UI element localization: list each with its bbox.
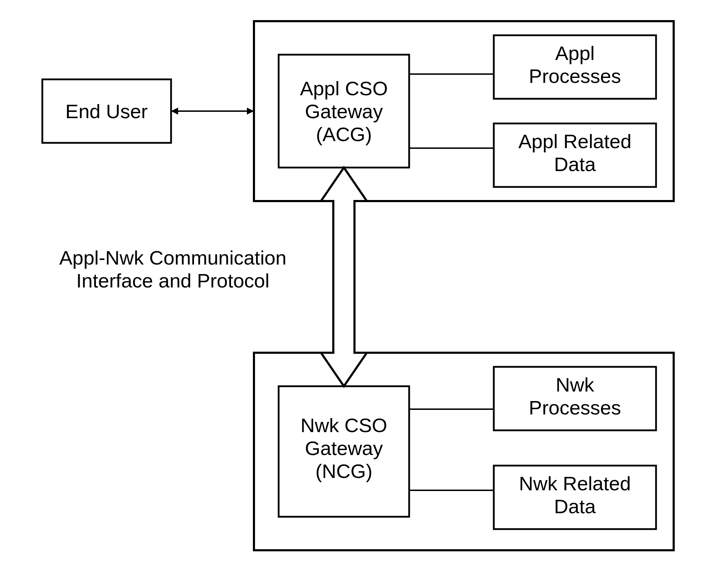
acg-line3: (ACG) — [316, 123, 372, 145]
architecture-diagram: End User Appl CSO Gateway (ACG) Appl Pro… — [0, 0, 716, 588]
nwk-processes-line2: Processes — [529, 396, 621, 419]
appl-data-line2: Data — [554, 153, 596, 175]
nwk-data-line1: Nwk Related — [519, 472, 631, 495]
ncg-line3: (NCG) — [315, 460, 372, 482]
arrowhead-left-icon — [171, 108, 178, 115]
appl-data-line1: Appl Related — [518, 130, 632, 152]
ncg-line2: Gateway — [305, 437, 383, 459]
nwk-processes-line1: Nwk — [556, 374, 595, 396]
acg-line1: Appl CSO — [300, 77, 388, 99]
appl-nwk-block-arrow-icon — [321, 168, 367, 386]
ncg-line1: Nwk CSO — [301, 414, 387, 436]
interface-label-line2: Interface and Protocol — [76, 269, 269, 292]
end-user-label: End User — [65, 100, 147, 122]
appl-processes-line2: Processes — [529, 65, 621, 87]
nwk-data-line2: Data — [554, 495, 596, 517]
interface-label-line1: Appl-Nwk Communication — [59, 247, 286, 269]
appl-processes-line1: Appl — [555, 42, 595, 64]
acg-line2: Gateway — [305, 100, 383, 122]
